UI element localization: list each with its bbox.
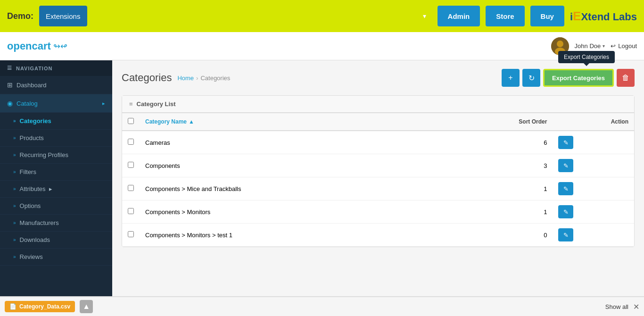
downloads-bullet: » bbox=[13, 237, 16, 242]
row-sort-order: 1 bbox=[441, 200, 553, 224]
edit-button[interactable]: ✎ bbox=[558, 205, 573, 218]
sidebar-item-reviews[interactable]: » Reviews bbox=[0, 249, 112, 266]
iextend-logo: iEXtend Labs bbox=[570, 9, 637, 24]
th-sort-order: Sort Order bbox=[441, 113, 553, 131]
attributes-bullet: » bbox=[13, 186, 16, 191]
table-header-row: Category Name ▲ Sort Order Action bbox=[122, 113, 634, 131]
page-actions: Export Categories + ↻ Export Categories … bbox=[502, 69, 635, 87]
catalog-chevron: ▸ bbox=[102, 100, 105, 107]
categories-panel: ≡ Category List Category Name ▲ bbox=[122, 95, 635, 247]
row-sort-order: 3 bbox=[441, 154, 553, 177]
delete-button[interactable]: 🗑 bbox=[617, 69, 635, 87]
row-checkbox[interactable] bbox=[128, 162, 134, 168]
logout-button[interactable]: ↩ Logout bbox=[611, 42, 637, 50]
products-bullet: » bbox=[13, 135, 16, 141]
row-action: ✎ bbox=[553, 200, 634, 224]
row-checkbox-cell bbox=[122, 154, 140, 177]
attributes-chevron: ▸ bbox=[49, 185, 52, 192]
row-sort-order: 6 bbox=[441, 131, 553, 154]
breadcrumb-current: Categories bbox=[200, 75, 230, 82]
refresh-button[interactable]: ↻ bbox=[522, 69, 540, 87]
row-name: Cameras bbox=[140, 131, 441, 154]
main-layout: ☰ NAVIGATION ⊞ Dashboard ◉ Catalog ▸ » C… bbox=[0, 60, 644, 316]
demo-label: Demo: bbox=[7, 11, 33, 21]
table-row: Components > Mice and Trackballs 1 ✎ bbox=[122, 177, 634, 200]
nav-header-icon: ☰ bbox=[7, 65, 12, 71]
sidebar-item-filters[interactable]: » Filters bbox=[0, 164, 112, 181]
breadcrumb-separator: › bbox=[196, 75, 198, 82]
catalog-icon: ◉ bbox=[7, 100, 13, 107]
sidebar-item-catalog[interactable]: ◉ Catalog ▸ bbox=[0, 94, 112, 113]
panel-header: ≡ Category List bbox=[122, 96, 634, 113]
breadcrumb: Home › Categories bbox=[177, 75, 230, 82]
user-name[interactable]: John Doe ▾ bbox=[575, 42, 605, 50]
sidebar-item-products[interactable]: » Products bbox=[0, 130, 112, 147]
edit-button[interactable]: ✎ bbox=[558, 228, 573, 241]
row-name: Components > Monitors > test 1 bbox=[140, 224, 441, 247]
dashboard-icon: ⊞ bbox=[7, 81, 13, 89]
svg-point-1 bbox=[557, 41, 563, 47]
export-categories-button[interactable]: Export Categories bbox=[543, 69, 614, 87]
sidebar-item-manufacturers[interactable]: » Manufacturers bbox=[0, 215, 112, 232]
th-action: Action bbox=[553, 113, 634, 131]
row-checkbox-cell bbox=[122, 131, 140, 154]
file-icon: 📄 bbox=[9, 303, 17, 310]
page-header: Categories Home › Categories Export Cate… bbox=[122, 69, 635, 87]
select-all-checkbox[interactable] bbox=[128, 118, 134, 124]
th-checkbox bbox=[122, 113, 140, 131]
row-checkbox[interactable] bbox=[128, 208, 134, 214]
edit-button[interactable]: ✎ bbox=[558, 159, 573, 172]
delete-icon: 🗑 bbox=[622, 74, 629, 82]
add-icon: + bbox=[508, 74, 512, 82]
site-header: opencart ↬↫ John Doe ▾ ↩ Logout bbox=[0, 32, 644, 60]
admin-button[interactable]: Admin bbox=[438, 6, 480, 26]
top-bar: Demo: Extensions Modules Payment Shippin… bbox=[0, 0, 644, 32]
buy-button[interactable]: Buy bbox=[530, 6, 564, 26]
sort-arrow: ▲ bbox=[189, 118, 194, 125]
row-checkbox-cell bbox=[122, 224, 140, 247]
table-row: Cameras 6 ✎ bbox=[122, 131, 634, 154]
sidebar: ☰ NAVIGATION ⊞ Dashboard ◉ Catalog ▸ » C… bbox=[0, 60, 112, 316]
sidebar-item-options[interactable]: » Options bbox=[0, 198, 112, 215]
logout-icon: ↩ bbox=[611, 42, 616, 50]
options-bullet: » bbox=[13, 203, 16, 208]
row-checkbox[interactable] bbox=[128, 139, 134, 145]
export-tooltip: Export Categories bbox=[558, 51, 615, 63]
extensions-select-wrapper: Extensions Modules Payment Shipping bbox=[39, 6, 432, 26]
filters-bullet: » bbox=[13, 169, 16, 175]
add-button[interactable]: + bbox=[502, 69, 520, 87]
sidebar-item-attributes[interactable]: » Attributes ▸ bbox=[0, 181, 112, 198]
reviews-bullet: » bbox=[13, 254, 16, 259]
sidebar-item-recurring-profiles[interactable]: » Recurring Profiles bbox=[0, 147, 112, 164]
sidebar-item-dashboard[interactable]: ⊞ Dashboard bbox=[0, 76, 112, 94]
breadcrumb-home[interactable]: Home bbox=[177, 75, 194, 82]
show-all-button[interactable]: Show all bbox=[605, 303, 628, 310]
bottom-bar: 📄 Category_Data.csv ▲ Show all ✕ bbox=[0, 296, 644, 316]
file-name: Category_Data.csv bbox=[19, 303, 70, 310]
sidebar-item-downloads[interactable]: » Downloads bbox=[0, 232, 112, 249]
download-item: 📄 Category_Data.csv bbox=[5, 301, 75, 312]
edit-button[interactable]: ✎ bbox=[558, 182, 573, 195]
minimize-button[interactable]: ▲ bbox=[80, 300, 93, 313]
refresh-icon: ↻ bbox=[528, 74, 535, 83]
store-button[interactable]: Store bbox=[486, 6, 524, 26]
minimize-icon: ▲ bbox=[83, 302, 90, 311]
close-bottom-bar-button[interactable]: ✕ bbox=[633, 302, 639, 311]
row-checkbox[interactable] bbox=[128, 185, 134, 191]
row-checkbox[interactable] bbox=[128, 231, 134, 237]
edit-button[interactable]: ✎ bbox=[558, 136, 573, 149]
sort-category-name[interactable]: Category Name ▲ bbox=[145, 118, 436, 125]
row-sort-order: 1 bbox=[441, 177, 553, 200]
recurring-bullet: » bbox=[13, 152, 16, 158]
user-dropdown-caret: ▾ bbox=[603, 43, 605, 49]
sidebar-item-categories[interactable]: » Categories bbox=[0, 113, 112, 130]
page-title: Categories bbox=[122, 72, 172, 84]
extensions-select[interactable]: Extensions Modules Payment Shipping bbox=[39, 6, 87, 26]
nav-header: ☰ NAVIGATION bbox=[0, 60, 112, 76]
table-row: Components > Monitors > test 1 0 ✎ bbox=[122, 224, 634, 247]
row-checkbox-cell bbox=[122, 177, 140, 200]
row-name: Components > Monitors bbox=[140, 200, 441, 224]
table-row: Components 3 ✎ bbox=[122, 154, 634, 177]
th-category-name: Category Name ▲ bbox=[140, 113, 441, 131]
categories-table: Category Name ▲ Sort Order Action Camera… bbox=[122, 113, 634, 247]
